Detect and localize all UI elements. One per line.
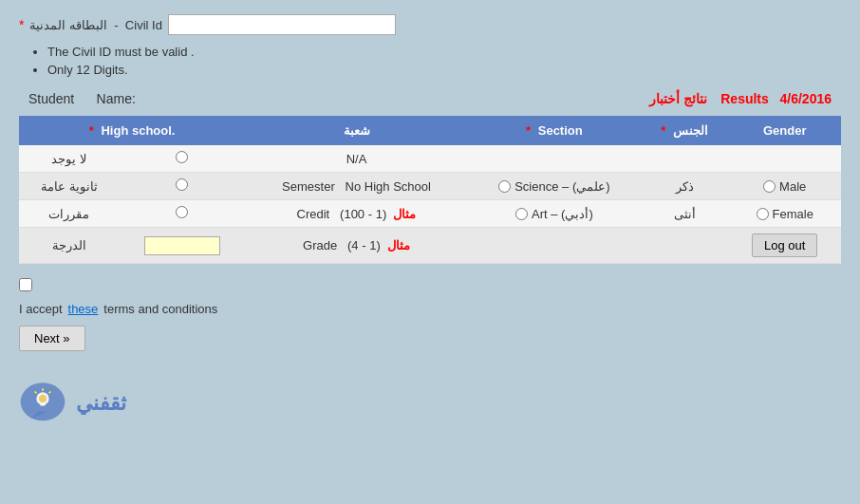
accept-checkbox[interactable] <box>19 278 32 291</box>
civil-id-row: * البطاقه المدنية - Civil Id <box>19 14 841 35</box>
credit-gender-arabic: أنثى <box>641 200 728 228</box>
student-name-label: Student Name: <box>28 91 136 106</box>
validation-item-2: Only 12 Digits. <box>47 63 841 77</box>
th-gender-arabic: * الجنس <box>641 116 728 145</box>
radio-credit[interactable] <box>176 206 188 218</box>
radio-science[interactable] <box>498 180 511 193</box>
semester-detail: Semester No High School <box>245 173 468 200</box>
main-table: * High school. شعبة * Section * الجنس Ge… <box>19 116 841 264</box>
checkbox-row <box>19 278 841 294</box>
na-value: N/A <box>245 145 468 173</box>
table-header-row: * High school. شعبة * Section * الجنس Ge… <box>19 116 841 145</box>
required-star: * <box>19 17 24 32</box>
grade-detail: Grade مثال (1 - 4) <box>245 228 468 264</box>
radio-na[interactable] <box>176 151 188 163</box>
credit-gender: Female <box>728 200 841 228</box>
grade-section-empty <box>468 228 641 264</box>
credit-detail: Credit مثال (1 - 100) <box>245 200 468 228</box>
table-row-semester: ثانوية عامة Semester No High School Scie… <box>19 173 841 200</box>
na-gender-arabic <box>641 145 728 173</box>
th-section: * Section <box>468 116 641 145</box>
results-arabic-label: نتائج أختبار <box>649 91 707 106</box>
th-gender: Gender <box>728 116 841 145</box>
table-row-credit: مقررات Credit مثال (1 - 100) Art – (أدبي… <box>19 200 841 228</box>
table-row-grade: الدرجة Grade مثال (1 - 4) Log out <box>19 228 841 264</box>
svg-point-7 <box>39 395 47 402</box>
terms-row: I accept these terms and conditions <box>19 302 841 316</box>
semester-gender-arabic: ذكر <box>641 173 728 200</box>
semester-radio[interactable] <box>120 173 246 200</box>
logo-icon <box>19 380 66 427</box>
terms-suffix: terms and conditions <box>103 302 217 316</box>
credit-section: Art – (أدبي) <box>468 200 641 228</box>
terms-text: I accept <box>19 302 63 316</box>
semester-section: Science – (علمي) <box>468 173 641 200</box>
table-row-na: لا يوجد N/A <box>19 145 841 173</box>
na-arabic: لا يوجد <box>19 145 120 173</box>
radio-female[interactable] <box>757 208 769 220</box>
validation-list: The Civil ID must be valid . Only 12 Dig… <box>19 45 841 77</box>
results-date: Results 4/6/2016 <box>720 91 832 106</box>
radio-art[interactable] <box>515 208 528 220</box>
na-radio[interactable] <box>120 145 246 173</box>
th-highschool-arabic: شعبة <box>245 116 468 145</box>
results-right-section: نتائج أختبار Results 4/6/2016 <box>649 91 832 106</box>
credit-radio[interactable] <box>120 200 246 228</box>
semester-gender: Male <box>728 173 841 200</box>
logo-text: ثقفني <box>76 391 126 416</box>
civil-id-arabic: البطاقه المدنية <box>29 18 107 32</box>
name-label: Name: <box>97 91 136 106</box>
student-label: Student <box>28 91 74 106</box>
semester-arabic: ثانوية عامة <box>19 173 120 200</box>
grade-input-cell[interactable] <box>120 228 246 264</box>
th-highschool: * High school. <box>19 116 245 145</box>
grade-logout[interactable]: Log out <box>728 228 841 264</box>
grade-gender-arabic-empty <box>641 228 728 264</box>
radio-semester[interactable] <box>176 178 188 191</box>
civil-id-label: البطاقه المدنية - Civil Id <box>29 18 161 32</box>
results-header: Student Name: نتائج أختبار Results 4/6/2… <box>19 91 841 106</box>
svg-line-5 <box>35 392 37 394</box>
logo-area: ثقفني <box>19 380 841 427</box>
grade-arabic: الدرجة <box>19 228 120 264</box>
logout-button[interactable]: Log out <box>752 233 817 257</box>
credit-arabic: مقررات <box>19 200 120 228</box>
radio-male[interactable] <box>763 180 776 193</box>
validation-item-1: The Civil ID must be valid . <box>47 45 841 59</box>
svg-rect-3 <box>41 403 46 406</box>
civil-id-input[interactable] <box>168 14 396 35</box>
na-gender <box>728 145 841 173</box>
na-section <box>468 145 641 173</box>
terms-link[interactable]: these <box>68 302 99 316</box>
svg-line-6 <box>49 392 51 394</box>
civil-id-english: Civil Id <box>125 18 162 32</box>
grade-input[interactable] <box>144 236 220 255</box>
next-button[interactable]: Next » <box>19 326 85 351</box>
